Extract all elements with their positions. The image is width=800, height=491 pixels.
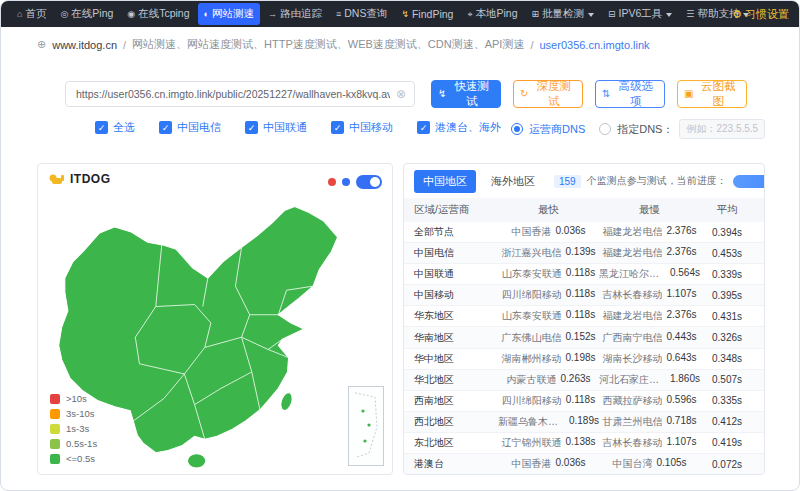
nav-item[interactable]: → 路由追踪 xyxy=(262,3,328,25)
row-slowest: 吉林长春移动 1.107s xyxy=(599,288,700,302)
row-region: 东北地区 xyxy=(414,436,498,450)
row-fastest: 浙江嘉兴电信 0.139s xyxy=(498,246,599,260)
fastest-marker-dot-icon xyxy=(342,178,350,186)
row-slowest: 甘肃兰州电信 0.718s xyxy=(599,415,700,429)
col-region-header: 区域/运营商 xyxy=(414,203,498,217)
table-row[interactable]: 华北地区 内蒙古联通 0.263s 河北石家庄电信 1.860s 0.507s xyxy=(404,370,764,391)
fastest-time: 0.138s xyxy=(565,436,595,450)
results-tab[interactable]: 海外地区 xyxy=(482,170,544,193)
isp-dns-label[interactable]: 运营商DNS xyxy=(529,122,585,137)
row-average: 0.412s xyxy=(700,416,754,427)
legend-label: <=0.5s xyxy=(66,453,95,464)
col-average-header: 平均 xyxy=(700,203,754,217)
url-input[interactable] xyxy=(74,87,392,101)
deep-test-button[interactable]: ↻ 深度测试 xyxy=(513,80,583,108)
row-fastest: 四川绵阳移动 0.118s xyxy=(498,394,599,408)
row-region: 中国移动 xyxy=(414,288,498,302)
custom-dns-input[interactable]: 例如：223.5.5.5 xyxy=(679,119,765,139)
table-row[interactable]: 东北地区 辽宁锦州联通 0.138s 吉林长春移动 1.107s 0.419s xyxy=(404,433,764,454)
nav-item[interactable]: ◎ 在线Ping xyxy=(54,3,119,25)
slowest-node: 吉林长春移动 xyxy=(602,288,662,302)
results-header: 中国地区海外地区 159 个监测点参与测试，当前进度： 100% xyxy=(404,164,764,198)
camera-icon: ▣ xyxy=(684,89,693,99)
row-region: 华北地区 xyxy=(414,373,498,387)
region-checkbox[interactable]: ✓ 中国电信 xyxy=(159,120,221,135)
row-fastest: 辽宁锦州联通 0.138s xyxy=(498,436,599,450)
map-panel: ITDOG xyxy=(37,163,393,475)
slowest-time: 0.596s xyxy=(666,394,696,408)
slowest-time: 1.107s xyxy=(666,288,696,302)
clear-input-icon[interactable]: ⊗ xyxy=(396,87,406,101)
table-row[interactable]: 港澳台 中国香港 0.036s 中国台湾 0.105s 0.072s xyxy=(404,454,764,475)
row-fastest: 湖南郴州移动 0.198s xyxy=(498,352,599,366)
nav-item[interactable]: ≡ DNS查询 xyxy=(330,3,393,25)
region-checkbox[interactable]: ✓ 港澳台、海外 xyxy=(417,120,501,135)
nav-item[interactable]: ◉ 在线Tcping xyxy=(121,3,195,25)
table-row[interactable]: 华南地区 广东佛山电信 0.152s 广西南宁电信 0.443s 0.326s xyxy=(404,327,764,348)
ping-icon: ◎ xyxy=(60,10,68,19)
itdog-logo-text: ITDOG xyxy=(70,172,111,186)
table-row[interactable]: 华中地区 湖南郴州移动 0.198s 湖南长沙移动 0.643s 0.348s xyxy=(404,349,764,370)
map-marker-toggle[interactable] xyxy=(356,175,382,189)
progress-bar: 100% xyxy=(733,175,765,188)
settings-button[interactable]: ⚙ 习惯设置 xyxy=(732,7,789,22)
nav-item-label: 路由追踪 xyxy=(280,7,322,21)
table-row[interactable]: 西南地区 四川绵阳移动 0.118s 西藏拉萨移动 0.596s 0.335s xyxy=(404,391,764,412)
fastest-time: 0.118s xyxy=(566,309,595,323)
region-checkbox-row: ✓ 全选 ✓ 中国电信 ✓ 中国联通 ✓ 中国移动 ✓ 港澳台、海外 xyxy=(95,120,501,135)
legend-item: 1s-3s xyxy=(50,423,97,434)
row-slowest: 中国台湾 0.105s xyxy=(599,457,700,471)
slowest-time: 0.564s xyxy=(670,267,700,281)
breadcrumb: ⊕ www.itdog.cn / 网站测速、网站速度测试、HTTP速度测试、WE… xyxy=(37,37,783,52)
region-checkbox[interactable]: ✓ 中国联通 xyxy=(245,120,307,135)
legend-item: >10s xyxy=(50,393,97,404)
results-tab[interactable]: 中国地区 xyxy=(414,170,476,193)
table-row[interactable]: 中国联通 山东泰安联通 0.118s 黑龙江哈尔滨联通 0.564s 0.339… xyxy=(404,264,764,285)
fastest-time: 0.118s xyxy=(566,394,595,408)
nav-item-label: IPV6工具 xyxy=(619,7,663,21)
fastest-node: 广东佛山电信 xyxy=(501,331,561,345)
breadcrumb-current-domain[interactable]: user0356.cn.imgto.link xyxy=(540,39,650,51)
nav-item[interactable]: ⊞ 批量检测 xyxy=(526,3,601,25)
custom-dns-label[interactable]: 指定DNS： xyxy=(617,122,673,137)
slowest-marker-dot-icon xyxy=(328,178,336,186)
table-row[interactable]: 中国移动 四川绵阳移动 0.118s 吉林长春移动 1.107s 0.395s xyxy=(404,285,764,306)
lightning-icon: ↯ xyxy=(438,89,446,99)
legend-label: 3s-10s xyxy=(66,408,95,419)
legend-item: 0.5s-1s xyxy=(50,438,97,449)
row-region: 中国电信 xyxy=(414,246,498,260)
chevron-down-icon xyxy=(588,13,594,20)
slowest-time: 2.376s xyxy=(666,225,696,239)
nav-item[interactable]: ⌖ 本地Ping xyxy=(461,3,523,25)
table-row[interactable]: 中国电信 浙江嘉兴电信 0.139s 福建龙岩电信 2.376s 0.453s xyxy=(404,243,764,264)
table-row[interactable]: 华东地区 山东泰安联通 0.118s 福建龙岩电信 2.376s 0.431s xyxy=(404,306,764,327)
advanced-options-button[interactable]: ⇅ 高级选项 xyxy=(595,80,665,108)
nav-item[interactable]: ◐ 网站测速 xyxy=(198,3,260,25)
custom-dns-radio[interactable] xyxy=(599,123,611,135)
table-row[interactable]: 全部节点 中国香港 0.036s 福建龙岩电信 2.376s 0.394s xyxy=(404,222,764,243)
cloud-screenshot-button[interactable]: ▣ 云图截图 xyxy=(677,80,747,108)
progress-text: 个监测点参与测试，当前进度： xyxy=(587,174,727,188)
slowest-time: 0.105s xyxy=(656,457,686,471)
slowest-node: 甘肃兰州电信 xyxy=(602,415,662,429)
tcping-icon: ◉ xyxy=(127,10,135,19)
local-ping-icon: ⌖ xyxy=(467,10,472,19)
quick-test-button[interactable]: ↯ 快速测试 xyxy=(431,80,501,108)
checkbox-checked-icon: ✓ xyxy=(95,121,108,134)
region-checkbox[interactable]: ✓ 中国移动 xyxy=(331,120,393,135)
nav-item[interactable]: ⊟ IPV6工具 xyxy=(602,3,678,25)
settings-label: 习惯设置 xyxy=(745,7,789,22)
nav-item[interactable]: ⌂ 首页 xyxy=(11,3,52,25)
breadcrumb-site: www.itdog.cn xyxy=(52,39,117,51)
region-checkbox[interactable]: ✓ 全选 xyxy=(95,120,135,135)
results-table-header: 区域/运营商 最快 最慢 平均 xyxy=(404,198,764,222)
row-average: 0.453s xyxy=(700,248,754,259)
map-legend: >10s 3s-10s 1s-3s 0.5s-1s <=0.5s xyxy=(50,393,97,464)
slowest-node: 西藏拉萨移动 xyxy=(602,394,662,408)
table-row[interactable]: 西北地区 新疆乌鲁木齐电信 0.189s 甘肃兰州电信 0.718s 0.412… xyxy=(404,412,764,433)
isp-dns-radio[interactable] xyxy=(511,123,523,135)
row-average: 0.431s xyxy=(700,311,754,322)
help-support-icon: ☰ xyxy=(686,10,694,19)
nav-item[interactable]: ↯ FindPing xyxy=(395,4,459,24)
legend-label: >10s xyxy=(66,393,87,404)
